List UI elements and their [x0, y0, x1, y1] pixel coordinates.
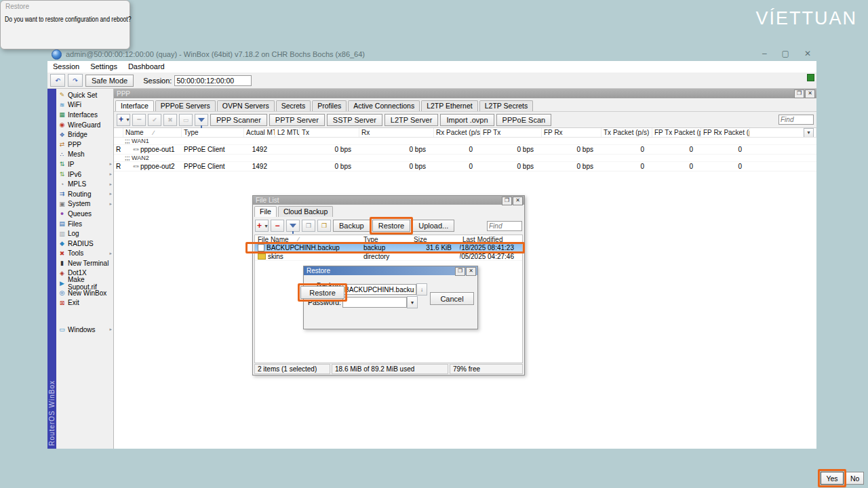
redo-button[interactable]: [68, 74, 83, 87]
maximize-icon[interactable]: ▢: [782, 49, 789, 58]
enable-button[interactable]: [148, 114, 161, 126]
delete-file-button[interactable]: [271, 220, 284, 232]
sidebar-item-wifi[interactable]: WiFi: [56, 100, 113, 110]
column-size[interactable]: Size: [411, 235, 460, 243]
sidebar-item-wireguard[interactable]: WireGuard: [56, 120, 113, 130]
maximize-icon[interactable]: ❐: [455, 267, 465, 276]
column-select-dropdown[interactable]: [804, 128, 814, 137]
menu-settings[interactable]: Settings: [90, 62, 117, 70]
column-tx-packet[interactable]: Tx Packet (p/s): [601, 128, 652, 137]
chevron-down-icon[interactable]: ▾: [407, 296, 418, 308]
file-find-input[interactable]: [487, 221, 522, 231]
session-input[interactable]: [174, 75, 252, 86]
sidebar-item-make-supout[interactable]: Make Supout.rif: [56, 278, 113, 288]
copy-button[interactable]: [302, 220, 315, 232]
sidebar-item-queues[interactable]: Queues: [56, 209, 113, 219]
tab-active-connections[interactable]: Active Connections: [348, 100, 420, 111]
column-type[interactable]: Type: [182, 128, 244, 137]
tab-l2tp-ethernet[interactable]: L2TP Ethernet: [421, 100, 478, 111]
column-tx[interactable]: Tx: [300, 128, 359, 137]
column-l2-mtu[interactable]: L2 MTU: [275, 128, 300, 137]
column-last-modified[interactable]: Last Modified: [460, 235, 522, 243]
table-row-pppoe-out2[interactable]: R «»pppoe-out2 PPPoE Client 1492 0 bps 0…: [114, 162, 816, 171]
sidebar-item-exit[interactable]: Exit: [56, 298, 113, 308]
tab-secrets[interactable]: Secrets: [276, 100, 311, 111]
sidebar-item-files[interactable]: Files: [56, 219, 113, 229]
table-row-pppoe-out1[interactable]: R «»pppoe-out1 PPPoE Client 1492 0 bps 0…: [114, 145, 816, 155]
sidebar-item-system[interactable]: System▸: [56, 199, 113, 209]
paste-button[interactable]: [317, 220, 331, 232]
minimize-icon[interactable]: –: [762, 49, 767, 58]
yes-button[interactable]: Yes: [821, 472, 844, 485]
no-button[interactable]: No: [846, 472, 864, 485]
sidebar-item-log[interactable]: Log: [56, 228, 113, 239]
column-fp-tx[interactable]: FP Tx: [481, 128, 542, 137]
tab-interface[interactable]: Interface: [115, 100, 154, 111]
undo-button[interactable]: [50, 74, 65, 87]
column-actual-mtu[interactable]: Actual MTU: [244, 128, 275, 137]
password-input[interactable]: [342, 297, 407, 308]
cancel-button[interactable]: Cancel: [430, 292, 474, 305]
comment-button[interactable]: [179, 114, 193, 126]
upload-button[interactable]: Upload...: [412, 220, 454, 232]
column-name[interactable]: Name∕: [123, 128, 182, 137]
close-icon[interactable]: ✕: [805, 89, 815, 98]
comment-row[interactable]: ;;; WAN1: [114, 138, 816, 145]
close-icon[interactable]: ✕: [804, 49, 811, 58]
remove-button[interactable]: [132, 114, 146, 126]
sidebar-item-windows[interactable]: Windows▸: [56, 325, 113, 335]
sidebar-item-bridge[interactable]: Bridge: [56, 129, 113, 140]
sidebar-item-routing[interactable]: Routing▸: [56, 189, 113, 199]
filter-button[interactable]: [195, 114, 208, 126]
column-fp-tx-packet[interactable]: FP Tx Packet (p/s): [652, 128, 701, 137]
ppp-scanner-button[interactable]: PPP Scanner: [210, 114, 267, 126]
pptp-server-button[interactable]: PPTP Server: [269, 114, 325, 126]
pppoe-scan-button[interactable]: PPPoE Scan: [496, 114, 552, 126]
import-ovpn-button[interactable]: Import .ovpn: [440, 114, 494, 126]
add-button[interactable]: [117, 114, 130, 126]
column-fp-rx-packet[interactable]: FP Rx Packet (p/s): [701, 128, 750, 137]
sidebar-item-tools[interactable]: Tools▸: [56, 249, 113, 259]
restore-confirm-button[interactable]: Restore: [300, 286, 344, 299]
tab-ovpn-servers[interactable]: OVPN Servers: [217, 100, 275, 111]
sidebar-item-interfaces[interactable]: Interfaces: [56, 110, 113, 120]
l2tp-server-button[interactable]: L2TP Server: [384, 114, 439, 126]
maximize-icon[interactable]: ❐: [502, 197, 512, 205]
disable-button[interactable]: [163, 114, 177, 126]
column-type[interactable]: Type: [361, 235, 411, 243]
ppp-find-input[interactable]: [778, 115, 814, 125]
column-rx[interactable]: Rx: [359, 128, 434, 137]
restore-window-icon[interactable]: ❐: [794, 89, 804, 98]
menu-dashboard[interactable]: Dashboard: [128, 62, 165, 70]
close-icon[interactable]: ✕: [513, 197, 523, 205]
sidebar-item-ppp[interactable]: PPP: [56, 140, 113, 150]
sidebar-item-mesh[interactable]: Mesh: [56, 150, 113, 160]
tab-cloud-backup[interactable]: Cloud Backup: [278, 206, 333, 217]
sidebar-item-quick-set[interactable]: Quick Set: [56, 90, 113, 100]
column-fp-rx[interactable]: FP Rx: [542, 128, 601, 137]
filter-button[interactable]: [286, 220, 300, 232]
sidebar-item-new-winbox[interactable]: New WinBox: [56, 288, 113, 298]
column-flag[interactable]: [114, 128, 123, 137]
sidebar-item-radius[interactable]: RADIUS: [56, 239, 113, 249]
sidebar-item-new-terminal[interactable]: New Terminal: [56, 258, 113, 268]
tab-l2tp-secrets[interactable]: L2TP Secrets: [479, 100, 533, 111]
file-row-backupchinh[interactable]: BACKUPCHINH.backup backup 31.6 KiB Jun/1…: [255, 244, 522, 253]
comment-row[interactable]: ;;; WAN2: [114, 155, 816, 162]
safe-mode-button[interactable]: Safe Mode: [85, 75, 134, 87]
add-file-button[interactable]: [255, 220, 269, 232]
sstp-server-button[interactable]: SSTP Server: [327, 114, 382, 126]
tab-profiles[interactable]: Profiles: [312, 100, 347, 111]
column-file-name[interactable]: File Name∕: [255, 235, 361, 243]
drop-list-icon[interactable]: ↓: [416, 283, 427, 296]
file-row-skins[interactable]: skins directory Jun/05/2025 04:27:46: [255, 253, 522, 262]
sidebar-item-ipv6[interactable]: IPv6▸: [56, 169, 113, 180]
tab-pppoe-servers[interactable]: PPPoE Servers: [155, 100, 216, 111]
sidebar-item-mpls[interactable]: MPLS▸: [56, 179, 113, 189]
column-rx-packet[interactable]: Rx Packet (p/s): [434, 128, 481, 137]
close-icon[interactable]: ✕: [466, 267, 476, 276]
backup-file-input[interactable]: [342, 284, 416, 295]
menu-session[interactable]: Session: [53, 62, 79, 70]
backup-button[interactable]: Backup: [333, 220, 370, 232]
tab-file[interactable]: File: [254, 206, 277, 217]
